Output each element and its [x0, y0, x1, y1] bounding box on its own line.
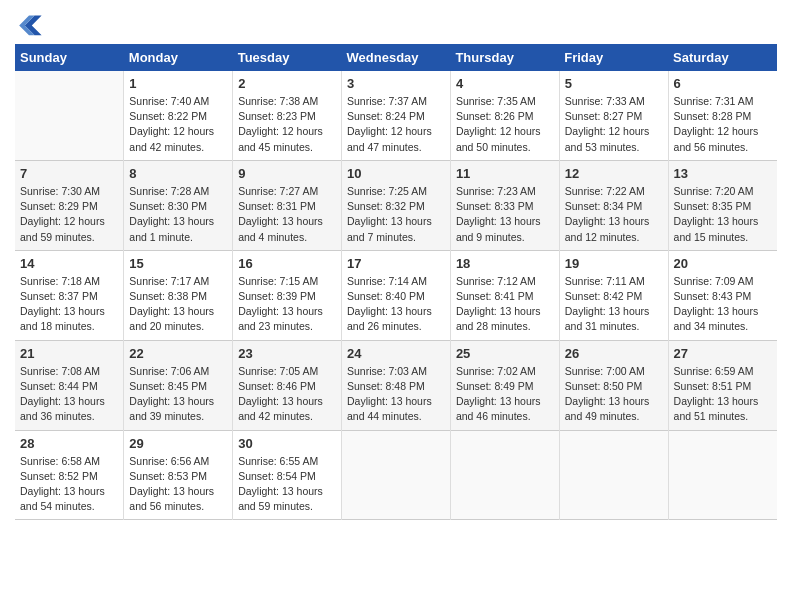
- calendar-cell: 14Sunrise: 7:18 AM Sunset: 8:37 PM Dayli…: [15, 250, 124, 340]
- day-number: 14: [20, 256, 118, 271]
- day-number: 28: [20, 436, 118, 451]
- logo-icon: [15, 10, 43, 38]
- logo: [15, 10, 47, 38]
- calendar-cell: 21Sunrise: 7:08 AM Sunset: 8:44 PM Dayli…: [15, 340, 124, 430]
- day-info: Sunrise: 7:35 AM Sunset: 8:26 PM Dayligh…: [456, 94, 554, 155]
- weekday-header: Tuesday: [233, 44, 342, 71]
- calendar-cell: [450, 430, 559, 520]
- calendar-cell: 11Sunrise: 7:23 AM Sunset: 8:33 PM Dayli…: [450, 160, 559, 250]
- day-info: Sunrise: 7:31 AM Sunset: 8:28 PM Dayligh…: [674, 94, 772, 155]
- day-info: Sunrise: 7:40 AM Sunset: 8:22 PM Dayligh…: [129, 94, 227, 155]
- calendar-cell: 26Sunrise: 7:00 AM Sunset: 8:50 PM Dayli…: [559, 340, 668, 430]
- calendar-cell: 20Sunrise: 7:09 AM Sunset: 8:43 PM Dayli…: [668, 250, 777, 340]
- day-number: 2: [238, 76, 336, 91]
- calendar-cell: 29Sunrise: 6:56 AM Sunset: 8:53 PM Dayli…: [124, 430, 233, 520]
- day-info: Sunrise: 6:56 AM Sunset: 8:53 PM Dayligh…: [129, 454, 227, 515]
- day-info: Sunrise: 7:03 AM Sunset: 8:48 PM Dayligh…: [347, 364, 445, 425]
- day-number: 15: [129, 256, 227, 271]
- day-number: 22: [129, 346, 227, 361]
- day-info: Sunrise: 7:33 AM Sunset: 8:27 PM Dayligh…: [565, 94, 663, 155]
- day-number: 3: [347, 76, 445, 91]
- day-info: Sunrise: 7:08 AM Sunset: 8:44 PM Dayligh…: [20, 364, 118, 425]
- calendar-week-row: 14Sunrise: 7:18 AM Sunset: 8:37 PM Dayli…: [15, 250, 777, 340]
- day-info: Sunrise: 7:00 AM Sunset: 8:50 PM Dayligh…: [565, 364, 663, 425]
- day-number: 12: [565, 166, 663, 181]
- day-number: 21: [20, 346, 118, 361]
- day-info: Sunrise: 7:23 AM Sunset: 8:33 PM Dayligh…: [456, 184, 554, 245]
- day-number: 4: [456, 76, 554, 91]
- calendar-week-row: 1Sunrise: 7:40 AM Sunset: 8:22 PM Daylig…: [15, 71, 777, 160]
- day-number: 17: [347, 256, 445, 271]
- day-number: 25: [456, 346, 554, 361]
- weekday-header: Monday: [124, 44, 233, 71]
- weekday-header: Saturday: [668, 44, 777, 71]
- day-info: Sunrise: 7:06 AM Sunset: 8:45 PM Dayligh…: [129, 364, 227, 425]
- day-number: 23: [238, 346, 336, 361]
- day-info: Sunrise: 7:27 AM Sunset: 8:31 PM Dayligh…: [238, 184, 336, 245]
- calendar-cell: [15, 71, 124, 160]
- calendar-cell: 6Sunrise: 7:31 AM Sunset: 8:28 PM Daylig…: [668, 71, 777, 160]
- calendar-cell: 2Sunrise: 7:38 AM Sunset: 8:23 PM Daylig…: [233, 71, 342, 160]
- calendar-cell: 27Sunrise: 6:59 AM Sunset: 8:51 PM Dayli…: [668, 340, 777, 430]
- weekday-header: Sunday: [15, 44, 124, 71]
- day-info: Sunrise: 6:58 AM Sunset: 8:52 PM Dayligh…: [20, 454, 118, 515]
- calendar-cell: 28Sunrise: 6:58 AM Sunset: 8:52 PM Dayli…: [15, 430, 124, 520]
- day-info: Sunrise: 6:55 AM Sunset: 8:54 PM Dayligh…: [238, 454, 336, 515]
- day-info: Sunrise: 7:20 AM Sunset: 8:35 PM Dayligh…: [674, 184, 772, 245]
- calendar-cell: 30Sunrise: 6:55 AM Sunset: 8:54 PM Dayli…: [233, 430, 342, 520]
- calendar-cell: 22Sunrise: 7:06 AM Sunset: 8:45 PM Dayli…: [124, 340, 233, 430]
- day-number: 8: [129, 166, 227, 181]
- calendar-week-row: 7Sunrise: 7:30 AM Sunset: 8:29 PM Daylig…: [15, 160, 777, 250]
- day-number: 19: [565, 256, 663, 271]
- day-info: Sunrise: 7:09 AM Sunset: 8:43 PM Dayligh…: [674, 274, 772, 335]
- day-info: Sunrise: 7:18 AM Sunset: 8:37 PM Dayligh…: [20, 274, 118, 335]
- calendar-week-row: 28Sunrise: 6:58 AM Sunset: 8:52 PM Dayli…: [15, 430, 777, 520]
- calendar-cell: 15Sunrise: 7:17 AM Sunset: 8:38 PM Dayli…: [124, 250, 233, 340]
- day-number: 27: [674, 346, 772, 361]
- page-header: [15, 10, 777, 38]
- day-info: Sunrise: 7:25 AM Sunset: 8:32 PM Dayligh…: [347, 184, 445, 245]
- calendar-cell: 10Sunrise: 7:25 AM Sunset: 8:32 PM Dayli…: [342, 160, 451, 250]
- day-info: Sunrise: 7:05 AM Sunset: 8:46 PM Dayligh…: [238, 364, 336, 425]
- calendar-cell: 3Sunrise: 7:37 AM Sunset: 8:24 PM Daylig…: [342, 71, 451, 160]
- day-info: Sunrise: 7:28 AM Sunset: 8:30 PM Dayligh…: [129, 184, 227, 245]
- day-info: Sunrise: 7:37 AM Sunset: 8:24 PM Dayligh…: [347, 94, 445, 155]
- calendar-header-row: SundayMondayTuesdayWednesdayThursdayFrid…: [15, 44, 777, 71]
- day-info: Sunrise: 7:15 AM Sunset: 8:39 PM Dayligh…: [238, 274, 336, 335]
- day-number: 5: [565, 76, 663, 91]
- calendar-cell: 16Sunrise: 7:15 AM Sunset: 8:39 PM Dayli…: [233, 250, 342, 340]
- calendar-cell: 4Sunrise: 7:35 AM Sunset: 8:26 PM Daylig…: [450, 71, 559, 160]
- day-info: Sunrise: 7:14 AM Sunset: 8:40 PM Dayligh…: [347, 274, 445, 335]
- calendar-cell: [342, 430, 451, 520]
- day-number: 11: [456, 166, 554, 181]
- day-number: 9: [238, 166, 336, 181]
- day-number: 7: [20, 166, 118, 181]
- day-number: 6: [674, 76, 772, 91]
- calendar-cell: [559, 430, 668, 520]
- day-info: Sunrise: 7:30 AM Sunset: 8:29 PM Dayligh…: [20, 184, 118, 245]
- day-number: 30: [238, 436, 336, 451]
- calendar-cell: 23Sunrise: 7:05 AM Sunset: 8:46 PM Dayli…: [233, 340, 342, 430]
- weekday-header: Wednesday: [342, 44, 451, 71]
- day-number: 20: [674, 256, 772, 271]
- weekday-header: Friday: [559, 44, 668, 71]
- calendar-cell: 17Sunrise: 7:14 AM Sunset: 8:40 PM Dayli…: [342, 250, 451, 340]
- calendar-cell: 12Sunrise: 7:22 AM Sunset: 8:34 PM Dayli…: [559, 160, 668, 250]
- calendar-cell: 8Sunrise: 7:28 AM Sunset: 8:30 PM Daylig…: [124, 160, 233, 250]
- calendar-cell: 9Sunrise: 7:27 AM Sunset: 8:31 PM Daylig…: [233, 160, 342, 250]
- day-info: Sunrise: 6:59 AM Sunset: 8:51 PM Dayligh…: [674, 364, 772, 425]
- day-number: 16: [238, 256, 336, 271]
- day-number: 26: [565, 346, 663, 361]
- weekday-header: Thursday: [450, 44, 559, 71]
- calendar-cell: 7Sunrise: 7:30 AM Sunset: 8:29 PM Daylig…: [15, 160, 124, 250]
- day-number: 29: [129, 436, 227, 451]
- calendar-cell: [668, 430, 777, 520]
- day-info: Sunrise: 7:22 AM Sunset: 8:34 PM Dayligh…: [565, 184, 663, 245]
- calendar-cell: 5Sunrise: 7:33 AM Sunset: 8:27 PM Daylig…: [559, 71, 668, 160]
- day-number: 1: [129, 76, 227, 91]
- day-info: Sunrise: 7:17 AM Sunset: 8:38 PM Dayligh…: [129, 274, 227, 335]
- calendar-cell: 19Sunrise: 7:11 AM Sunset: 8:42 PM Dayli…: [559, 250, 668, 340]
- day-info: Sunrise: 7:02 AM Sunset: 8:49 PM Dayligh…: [456, 364, 554, 425]
- day-number: 24: [347, 346, 445, 361]
- day-info: Sunrise: 7:11 AM Sunset: 8:42 PM Dayligh…: [565, 274, 663, 335]
